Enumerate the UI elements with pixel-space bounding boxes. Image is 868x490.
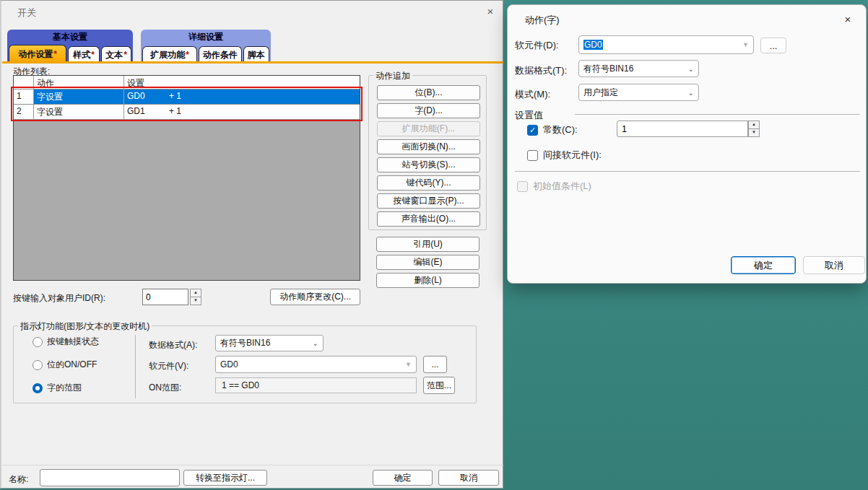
dialog-title: 动作(字) (525, 14, 560, 27)
action-word-dialog: 动作(字) × 软元件(D): GD0 ▼ ... 数据格式(T): 有符号BI… (507, 4, 867, 284)
cancel-button[interactable]: 取消 (438, 470, 499, 486)
device-d-label: 软元件(D): (515, 39, 559, 52)
tabs-row-detail: 扩展功能*动作条件脚本 (142, 45, 269, 63)
user-id-input[interactable] (142, 289, 188, 305)
spin-down-icon[interactable]: ▼ (748, 129, 760, 137)
data-format-value: 有符号BIN16 (583, 63, 633, 75)
close-icon[interactable]: × (840, 12, 856, 27)
section-divider (575, 114, 860, 115)
row-number: 2 (14, 105, 34, 119)
mode-value: 用户指定 (583, 87, 618, 99)
initial-condition-checkbox: 初始值条件(L) (517, 180, 591, 193)
radio-icon (32, 337, 43, 347)
edit-button[interactable]: 编辑(E) (376, 255, 479, 270)
tab-text[interactable]: 文本* (101, 46, 131, 63)
chevron-down-icon: ⌄ (688, 89, 694, 97)
user-id-label: 按键输入对象用户ID(R): (13, 292, 105, 305)
extended-function-button: 扩展功能(F)... (377, 121, 480, 136)
bit-button[interactable]: 位(B)... (377, 85, 480, 100)
close-icon[interactable]: × (482, 4, 498, 19)
spin-down-icon[interactable]: ▼ (190, 297, 201, 305)
device-browse-button[interactable]: ... (423, 356, 447, 373)
name-input[interactable] (40, 469, 180, 486)
tab-group-detail: 详细设置 扩展功能*动作条件脚本 (141, 30, 271, 63)
range-button[interactable]: 范围... (423, 377, 455, 394)
key-code-button[interactable]: 键代码(Y)... (377, 175, 480, 191)
constant-checkbox[interactable]: ✓ 常数(C): (527, 123, 578, 136)
screen-switch-button[interactable]: 画面切换(N)... (377, 139, 480, 154)
tab-script[interactable]: 脚本 (243, 46, 269, 63)
device-v-combobox[interactable]: GD0 ▼ (215, 356, 417, 373)
ok-button[interactable]: 确定 (373, 470, 433, 486)
tab-action-condition[interactable]: 动作条件 (199, 46, 242, 63)
lamp-function-group: 指示灯功能(图形/文本的更改时机) 按键触摸状态位的ON/OFF字的范围 数据格… (13, 325, 477, 403)
row-number: 1 (14, 89, 34, 104)
tabs-row-basic: 动作设置*样式*文本* (9, 45, 131, 63)
tab-extended-function[interactable]: 扩展功能* (142, 46, 197, 63)
edit-buttons: 引用(U)编辑(E)删除(L) (376, 237, 479, 291)
key-window-display-button[interactable]: 按键窗口显示(P)... (377, 193, 480, 209)
mode-select[interactable]: 用户指定 ⌄ (578, 84, 699, 101)
table-row[interactable]: 2字设置GD1+ 1 (14, 105, 360, 120)
lamp-function-label: 指示灯功能(图形/文本的更改时机) (18, 320, 152, 333)
device-d-combobox[interactable]: GD0 ▼ (578, 35, 754, 54)
row-action: 字设置 (34, 89, 124, 104)
tab-group-basic-header: 基本设置 (7, 30, 133, 44)
tab-group-basic: 基本设置 动作设置*样式*文本* (7, 30, 133, 63)
switch-settings-dialog: 开关 × 基本设置 动作设置*样式*文本* 详细设置 扩展功能*动作条件脚本 动… (0, 0, 503, 489)
action-list-table[interactable]: 动作 设置 1字设置GD0+ 12字设置GD1+ 1 (13, 75, 360, 281)
device-v-value: GD0 (220, 359, 238, 369)
indirect-device-label: 间接软元件(I): (543, 149, 602, 162)
initial-condition-label: 初始值条件(L) (533, 180, 591, 193)
tab-style[interactable]: 样式* (68, 46, 100, 63)
convert-to-lamp-button[interactable]: 转换至指示灯... (183, 470, 267, 486)
vertical-divider (135, 335, 136, 398)
checkbox-disabled-icon (517, 181, 528, 192)
cancel-button[interactable]: 取消 (803, 256, 865, 274)
table-row[interactable]: 1字设置GD0+ 1 (14, 89, 360, 105)
on-range-field: 1 == GD0 (215, 377, 417, 393)
col-header-action: 动作 (34, 76, 124, 89)
device-d-value: GD0 (583, 40, 603, 50)
order-change-button[interactable]: 动作顺序更改(C)... (270, 289, 360, 305)
indirect-device-checkbox[interactable]: 间接软元件(I): (527, 149, 602, 162)
word-button[interactable]: 字(D)... (377, 103, 480, 118)
radio-label: 按键触摸状态 (47, 336, 99, 348)
action-append-group: 动作追加 位(B)...字(D)...扩展功能(F)...画面切换(N)...站… (368, 75, 487, 230)
ok-button[interactable]: 确定 (731, 256, 796, 274)
data-format-label: 数据格式(A): (149, 339, 197, 351)
data-format-select[interactable]: 有符号BIN16 ⌄ (215, 335, 324, 351)
station-switch-button[interactable]: 站号切换(S)... (377, 157, 480, 172)
tab-group-detail-header: 详细设置 (141, 30, 271, 44)
data-format-label: 数据格式(T): (515, 64, 567, 77)
tab-action-settings[interactable]: 动作设置* (9, 45, 66, 63)
on-range-value: 1 == GD0 (222, 380, 259, 390)
radio-label: 位的ON/OFF (47, 359, 97, 371)
col-header-setting: 设置 (124, 76, 360, 89)
device-browse-button[interactable]: ... (760, 38, 786, 53)
footer-divider (2, 465, 503, 465)
name-label: 名称: (9, 473, 28, 486)
table-header-row: 动作 设置 (14, 76, 360, 89)
spin-up-icon[interactable]: ▲ (190, 289, 201, 297)
reference-button[interactable]: 引用(U) (376, 237, 479, 252)
radio-key-touch-state[interactable]: 按键触摸状态 (32, 336, 99, 348)
data-format-value: 有符号BIN16 (220, 337, 270, 349)
checkbox-checked-icon: ✓ (527, 125, 538, 136)
radio-icon (32, 360, 43, 370)
active-tab-accent-line (2, 61, 503, 64)
row-setting: GD1+ 1 (124, 105, 360, 119)
constant-value-input[interactable] (617, 121, 748, 137)
section-divider (515, 171, 860, 172)
sound-output-button[interactable]: 声音输出(O)... (377, 211, 480, 227)
chevron-down-icon: ⌄ (313, 339, 318, 347)
dialog-title: 开关 (17, 6, 36, 19)
radio-word-range[interactable]: 字的范围 (32, 382, 82, 394)
mode-label: 模式(M): (515, 88, 550, 101)
data-format-select[interactable]: 有符号BIN16 ⌄ (578, 60, 699, 77)
spin-up-icon[interactable]: ▲ (748, 121, 760, 129)
radio-bit-onoff[interactable]: 位的ON/OFF (32, 359, 97, 371)
delete-button[interactable]: 删除(L) (376, 273, 479, 288)
constant-spinner: ▲ ▼ (748, 121, 760, 137)
device-v-label: 软元件(V): (149, 360, 188, 372)
